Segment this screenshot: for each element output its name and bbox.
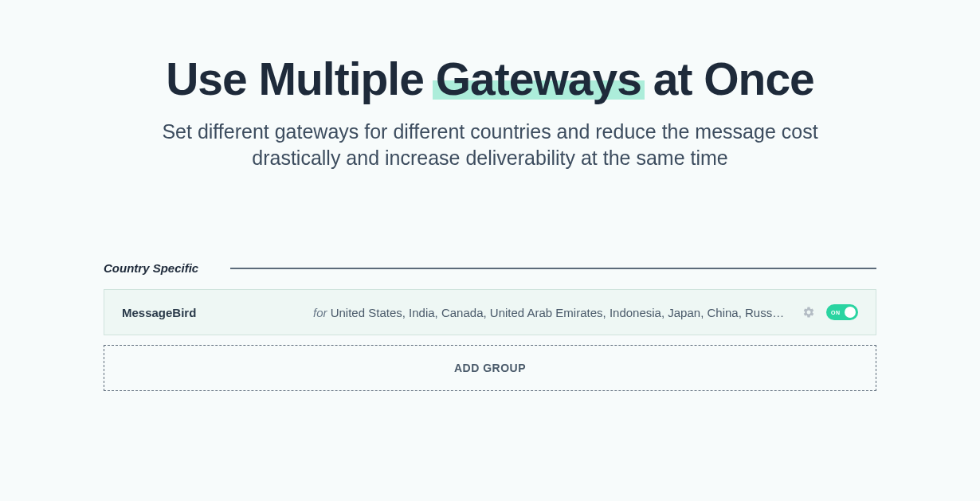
gateway-card: MessageBird for United States, India, Ca… [104,289,876,335]
section-title: Country Specific [104,261,198,275]
add-group-button[interactable]: ADD GROUP [104,345,876,391]
section-rule [230,268,876,269]
toggle-label: ON [831,310,841,315]
countries-for-label: for [313,306,331,319]
gateway-name: MessageBird [122,306,313,319]
page-subhead: Set different gateways for different cou… [104,119,876,173]
gateway-toggle[interactable]: ON [826,304,858,320]
gear-icon[interactable] [802,306,815,319]
toggle-knob [845,307,856,318]
page-headline: Use Multiple Gateways at Once [104,54,876,104]
gateway-controls: ON [802,304,858,320]
countries-list: United States, India, Canada, United Ara… [331,306,802,319]
country-specific-section: Country Specific MessageBird for United … [104,261,876,391]
headline-post: at Once [641,53,814,104]
section-header: Country Specific [104,261,876,275]
gateway-countries: for United States, India, Canada, United… [313,306,802,319]
headline-pre: Use Multiple [166,53,436,104]
headline-highlight: Gateways [436,54,641,104]
